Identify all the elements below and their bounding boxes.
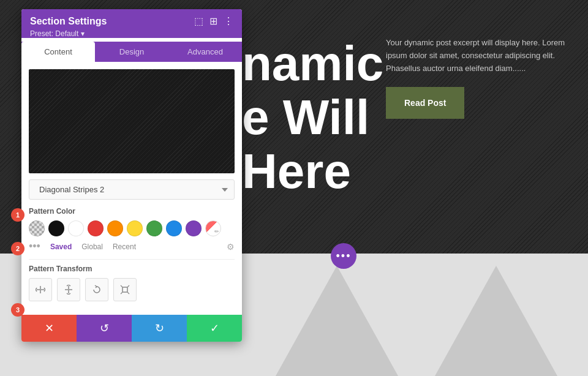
chevron-right-shape: [435, 266, 557, 376]
color-swatch-green[interactable]: [146, 220, 162, 236]
panel-body: Diagonal Stripes 2 Diagonal Stripes 1 Do…: [21, 62, 242, 315]
step-badge-2: 2: [11, 242, 24, 255]
flip-horizontal-button[interactable]: [29, 278, 52, 301]
pattern-dropdown-row: Diagonal Stripes 2 Diagonal Stripes 1 Do…: [29, 179, 235, 200]
split-icon[interactable]: ⊞: [209, 15, 217, 27]
scale-button[interactable]: [113, 278, 137, 301]
color-swatch-black[interactable]: [48, 220, 64, 236]
pattern-transform-label: Pattern Transform: [29, 265, 235, 273]
step-badge-3: 3: [11, 303, 24, 317]
read-post-button[interactable]: Read Post: [386, 87, 464, 119]
color-swatch-transparent[interactable]: [29, 220, 45, 236]
color-swatches-row: ✏: [29, 220, 235, 236]
flip-vertical-button[interactable]: [57, 278, 80, 301]
redo-button[interactable]: ↻: [132, 315, 187, 342]
more-icon[interactable]: ⋮: [224, 15, 233, 27]
color-swatch-blue[interactable]: [166, 220, 182, 236]
panel-tabs: Content Design Advanced: [21, 42, 242, 62]
rotate-button[interactable]: [85, 278, 108, 301]
color-settings-icon[interactable]: ⚙: [227, 242, 235, 252]
expand-icon[interactable]: ⬚: [194, 15, 203, 27]
cancel-button[interactable]: ✕: [21, 315, 77, 342]
tab-content[interactable]: Content: [21, 42, 95, 62]
step-badge-1: 1: [11, 208, 24, 222]
color-swatch-white[interactable]: [68, 220, 84, 236]
save-button[interactable]: ✓: [187, 315, 242, 342]
transform-buttons-row: [29, 278, 235, 301]
tab-advanced[interactable]: Advanced: [168, 42, 242, 62]
saved-tab[interactable]: Saved: [50, 243, 72, 251]
panel-footer: ✕ ↺ ↻ ✓: [21, 315, 242, 342]
dots-icon: •••: [336, 250, 352, 263]
divider: [29, 259, 235, 260]
color-swatch-orange[interactable]: [107, 220, 123, 236]
tab-design[interactable]: Design: [95, 42, 168, 62]
reset-button[interactable]: ↺: [77, 315, 132, 342]
right-content: Your dynamic post excerpt will display h…: [386, 37, 570, 119]
color-swatch-yellow[interactable]: [127, 220, 143, 236]
excerpt-text: Your dynamic post excerpt will display h…: [386, 37, 570, 75]
pattern-color-label: Pattern Color: [29, 207, 235, 216]
chevron-left-shape: [276, 266, 398, 376]
panel-header-icons: ⬚ ⊞ ⋮: [194, 15, 233, 27]
global-tab[interactable]: Global: [81, 243, 103, 251]
preset-selector[interactable]: Preset: Default ▾: [30, 29, 233, 38]
options-circle-button[interactable]: •••: [331, 243, 356, 269]
color-tabs-row: ••• Saved Global Recent ⚙: [29, 240, 235, 253]
panel-title: Section Settings: [30, 16, 107, 27]
pattern-preview: [29, 69, 235, 173]
recent-tab[interactable]: Recent: [113, 243, 136, 251]
hero-text: namic e Will Here: [242, 37, 383, 198]
settings-panel: Section Settings ⬚ ⊞ ⋮ Preset: Default ▾…: [21, 9, 242, 342]
color-swatch-red[interactable]: [88, 220, 104, 236]
color-swatch-purple[interactable]: [186, 220, 202, 236]
color-swatch-custom[interactable]: ✏: [205, 220, 221, 236]
svg-rect-0: [123, 287, 127, 292]
more-colors-icon[interactable]: •••: [29, 240, 40, 253]
panel-header: Section Settings ⬚ ⊞ ⋮ Preset: Default ▾: [21, 9, 242, 38]
pattern-select[interactable]: Diagonal Stripes 2 Diagonal Stripes 1 Do…: [29, 179, 235, 200]
